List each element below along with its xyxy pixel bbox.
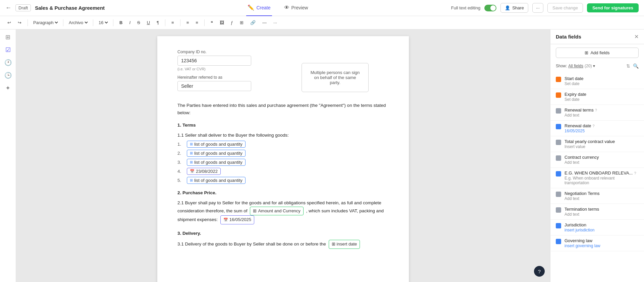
field-item-eg-onboard[interactable]: E.G. WHEN ONBOARD RELEVA... ? E.g. When … <box>550 168 644 188</box>
redo-button[interactable]: ↪ <box>16 19 23 26</box>
field-item-start-date[interactable]: Start date Set date <box>550 73 644 89</box>
field-item-contract-currency[interactable]: Contract currency Add text <box>550 152 644 168</box>
field-content-total-yearly: Total yearly contract value Insert value <box>565 139 639 149</box>
amount-icon: ⊞ <box>253 208 257 215</box>
multiple-sign-text: Multiple persons can sign on behalf of t… <box>311 70 360 85</box>
full-text-toggle[interactable] <box>484 5 496 11</box>
toolbar-separator-5 <box>165 19 165 26</box>
show-bar-dropdown-icon[interactable]: ▾ <box>593 64 595 68</box>
strikethrough-button[interactable]: S <box>135 19 142 26</box>
company-id-field[interactable]: 123456 <box>177 56 251 66</box>
show-label: Show: <box>556 64 567 68</box>
search-fields-icon[interactable]: 🔍 <box>633 63 639 69</box>
main-layout: ⊞ ☑ 🕐 🕒 ✦ Company ID no. 123456 (i.e. VA… <box>0 29 644 282</box>
formula-button[interactable]: ƒ <box>229 19 235 26</box>
field-item-total-yearly[interactable]: Total yearly contract value Insert value <box>550 136 644 152</box>
list-field-label-3: list of goods and quantity <box>194 160 243 165</box>
all-fields-label[interactable]: All fields <box>568 64 583 68</box>
list-field-3[interactable]: ⊞ list of goods and quantity <box>187 159 246 166</box>
sidebar-icon-5[interactable]: ✦ <box>5 84 10 92</box>
hr-button[interactable]: — <box>260 19 269 26</box>
paragraph-style-select[interactable]: Paragraph <box>32 20 59 25</box>
renewal-terms-help-icon[interactable]: ? <box>595 108 597 112</box>
sidebar-icon-4[interactable]: 🕒 <box>4 72 12 79</box>
field-content-negotiation-terms: Negotiation Terms Add text <box>565 191 639 201</box>
sidebar-icon-2[interactable]: ☑ <box>5 46 11 54</box>
field-value-start-date: Set date <box>565 81 639 86</box>
section-1-sub: 1.1 Seller shall deliver to the Buyer th… <box>177 132 389 139</box>
field-icon-5: ⊞ <box>190 178 193 183</box>
add-fields-button[interactable]: ⊞ Add fields <box>556 48 639 58</box>
bold-button[interactable]: B <box>117 19 124 26</box>
list-num-4: 4. <box>177 169 184 174</box>
field-item-termination-terms[interactable]: Termination terms Add text <box>550 204 644 220</box>
section-3-title: 3. Delivery. <box>177 230 389 237</box>
renewal-date-help-icon[interactable]: ? <box>593 124 595 128</box>
field-item-negotiation-terms[interactable]: Negotiation Terms Add text <box>550 188 644 204</box>
date-field-2[interactable]: 📅 16/05/2025 <box>220 215 254 224</box>
back-button[interactable]: ← <box>5 4 11 11</box>
field-item-expiry-date[interactable]: Expiry date Set date <box>550 89 644 105</box>
field-name-expiry-date: Expiry date <box>565 92 639 97</box>
field-icon-eg-onboard <box>556 171 561 177</box>
underline-button[interactable]: U <box>145 19 152 26</box>
field-item-renewal-date[interactable]: Renewal date ? 16/05/2025 <box>550 121 644 136</box>
field-item-governing-law[interactable]: Governing law insert governing law <box>550 235 644 251</box>
list-field-5[interactable]: ⊞ list of goods and quantity <box>187 177 246 184</box>
tab-preview[interactable]: 👁 Preview <box>283 0 310 16</box>
more-button[interactable]: ··· <box>532 3 543 13</box>
more-toolbar-button[interactable]: ··· <box>271 19 279 26</box>
intro-paragraph: The Parties have entered into this sales… <box>177 102 389 116</box>
list-field-2[interactable]: ⊞ list of goods and quantity <box>187 150 246 157</box>
field-item-renewal-terms[interactable]: Renewal terms ? Add text <box>550 105 644 121</box>
list-field-1[interactable]: ⊞ list of goods and quantity <box>187 141 246 148</box>
table-button[interactable]: ⊞ <box>238 19 246 26</box>
field-content-termination-terms: Termination terms Add text <box>565 207 639 217</box>
referred-field[interactable]: Seller <box>177 81 251 91</box>
field-icon-renewal-date <box>556 124 561 129</box>
left-sidebar: ⊞ ☑ 🕐 🕒 ✦ <box>0 29 16 282</box>
sidebar-icon-1[interactable]: ⊞ <box>5 33 10 41</box>
field-name-jurisdiction: Jurisdiction <box>565 222 639 227</box>
ordered-list-button[interactable]: ≡ <box>194 19 200 26</box>
list-field-label-2: list of goods and quantity <box>194 151 243 156</box>
toolbar-separator-7 <box>204 19 205 26</box>
send-signatures-button[interactable]: Send for signatures <box>587 3 639 12</box>
sidebar-icon-3[interactable]: 🕐 <box>4 59 12 66</box>
date-icon-2: 📅 <box>223 217 228 223</box>
sort-icon[interactable]: ⇅ <box>626 63 630 69</box>
link-button[interactable]: 🔗 <box>248 19 258 26</box>
field-icon-start-date <box>556 77 561 82</box>
image-button[interactable]: 🖼 <box>218 19 226 26</box>
eg-onboard-help-icon[interactable]: ? <box>634 171 636 175</box>
list-date-label-4: 23/08/2022 <box>196 169 218 174</box>
save-button[interactable]: Save change <box>547 3 583 13</box>
field-name-governing-law: Governing law <box>565 238 639 243</box>
draft-badge: Draft <box>15 4 31 11</box>
font-size-select[interactable]: 16 <box>97 20 109 25</box>
tab-create[interactable]: ✏️ Create <box>246 0 272 16</box>
help-bubble[interactable]: ? <box>534 266 545 277</box>
unordered-list-button[interactable]: ≡ <box>184 19 191 26</box>
list-num-3: 3. <box>177 160 184 165</box>
list-item-4: 4. 📅 23/08/2022 <box>177 168 389 175</box>
share-icon: 👤 <box>505 5 510 10</box>
paragraph-mark-button[interactable]: ¶ <box>155 19 161 26</box>
section-3-text: 3.1 Delivery of the goods to Buyer by Se… <box>177 241 326 246</box>
italic-button[interactable]: I <box>127 19 132 26</box>
insert-date-field[interactable]: ⊞ insert date <box>329 240 360 249</box>
toolbar-separator-2 <box>63 19 63 26</box>
list-date-field-4[interactable]: 📅 23/08/2022 <box>187 168 221 175</box>
section-1-title: 1. Terms <box>177 122 389 129</box>
share-button[interactable]: 👤 Share <box>500 3 528 13</box>
align-button[interactable]: ≡ <box>169 19 176 26</box>
right-panel-title: Data fields <box>556 34 581 40</box>
list-num-2: 2. <box>177 151 184 156</box>
document-title: Sales & Purchase Agreement <box>35 5 105 11</box>
field-item-jurisdiction[interactable]: Jurisdiction insert jurisdiction <box>550 220 644 235</box>
font-select[interactable]: Archivo <box>67 20 89 25</box>
close-panel-icon[interactable]: ✕ <box>634 33 639 40</box>
amount-currency-field[interactable]: ⊞ Amount and Currency <box>250 207 303 216</box>
undo-button[interactable]: ↩ <box>5 19 13 26</box>
quote-button[interactable]: ❝ <box>209 19 215 26</box>
